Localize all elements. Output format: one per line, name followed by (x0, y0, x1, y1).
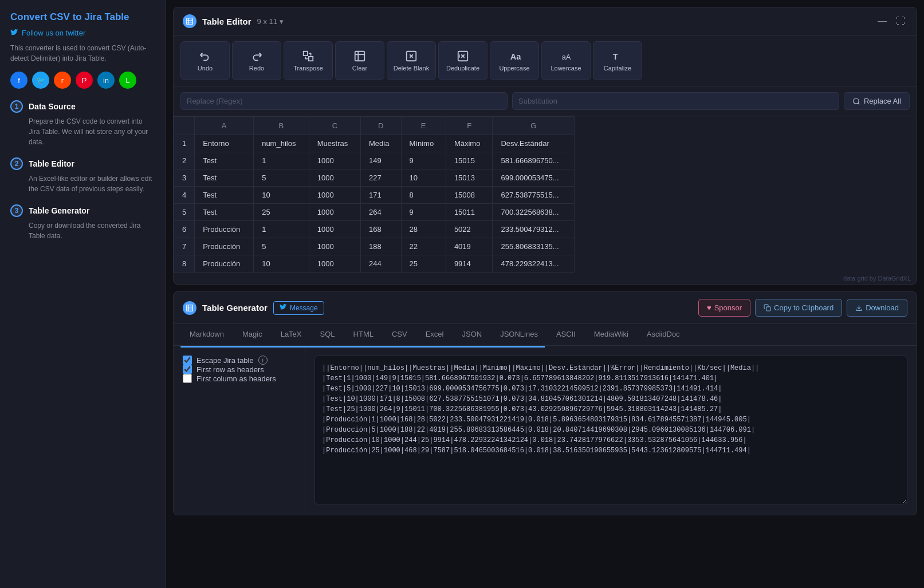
substitution-input[interactable] (512, 92, 839, 110)
table-cell[interactable]: 1000 (309, 255, 360, 273)
table-cell[interactable]: 22 (401, 238, 446, 255)
table-row[interactable]: 6Producción11000168285022233.500479312..… (174, 221, 575, 238)
table-cell[interactable]: 244 (361, 255, 402, 273)
facebook-icon[interactable]: f (10, 72, 27, 89)
table-row[interactable]: 1Entornonum_hilosMuestrasMediaMínimoMáxi… (174, 135, 575, 152)
message-button[interactable]: Message (273, 301, 324, 315)
tab-excel[interactable]: Excel (416, 324, 453, 345)
table-cell[interactable]: 171 (361, 187, 402, 204)
escape-jira-info-icon[interactable]: i (258, 356, 268, 365)
table-cell[interactable]: 581.666896750... (493, 152, 575, 169)
table-cell[interactable]: Test (195, 204, 254, 221)
capitalize-button[interactable]: T Capitalize (593, 41, 642, 80)
data-grid-container[interactable]: A B C D E F G 1Entornonum_hilosMuestrasM… (174, 116, 917, 284)
table-cell[interactable]: 168 (361, 221, 402, 238)
table-cell[interactable]: 1000 (309, 204, 360, 221)
table-cell[interactable]: 9 (401, 152, 446, 169)
table-row[interactable]: 3Test510002271015013699.000053475... (174, 169, 575, 187)
table-cell[interactable]: 5 (254, 169, 309, 187)
table-cell[interactable]: 1 (254, 152, 309, 169)
grid-col-d[interactable]: D (361, 117, 402, 135)
table-cell[interactable]: 25 (254, 204, 309, 221)
tab-markdown[interactable]: Markdown (180, 324, 233, 345)
delete-blank-button[interactable]: Delete Blank (387, 41, 436, 80)
table-cell[interactable]: Test (195, 187, 254, 204)
copy-to-clipboard-button[interactable]: Copy to Clipboard (755, 299, 842, 317)
minimize-button[interactable]: — (875, 14, 889, 28)
table-cell[interactable]: 28 (401, 221, 446, 238)
output-textarea[interactable] (314, 356, 907, 504)
reddit-icon[interactable]: r (54, 72, 71, 89)
replace-all-button[interactable]: Replace All (844, 92, 910, 110)
sponsor-button[interactable]: ♥ Sponsor (698, 299, 750, 317)
grid-col-a[interactable]: A (195, 117, 254, 135)
grid-col-c[interactable]: C (309, 117, 360, 135)
table-cell[interactable]: 233.500479312... (493, 221, 575, 238)
table-cell[interactable]: 1000 (309, 169, 360, 187)
table-cell[interactable]: 478.229322413... (493, 255, 575, 273)
table-cell[interactable]: num_hilos (254, 135, 309, 152)
table-cell[interactable]: 188 (361, 238, 402, 255)
tab-sql[interactable]: SQL (311, 324, 344, 345)
table-cell[interactable]: Producción (195, 255, 254, 273)
tab-json[interactable]: JSON (453, 324, 491, 345)
tab-mediawiki[interactable]: MediaWiki (585, 324, 638, 345)
table-cell[interactable]: 8 (401, 187, 446, 204)
lowercase-button[interactable]: aA Lowercase (541, 41, 591, 80)
first-row-headers-checkbox[interactable] (183, 365, 192, 374)
table-cell[interactable]: 15013 (446, 169, 493, 187)
table-cell[interactable]: 9 (401, 204, 446, 221)
table-cell[interactable]: Test (195, 152, 254, 169)
table-cell[interactable]: Mínimo (401, 135, 446, 152)
table-cell[interactable]: Máximo (446, 135, 493, 152)
table-row[interactable]: 2Test11000149915015581.666896750... (174, 152, 575, 169)
table-cell[interactable]: 25 (401, 255, 446, 273)
grid-col-f[interactable]: F (446, 117, 493, 135)
replace-regex-input[interactable] (180, 92, 508, 110)
table-cell[interactable]: 264 (361, 204, 402, 221)
tab-html[interactable]: HTML (344, 324, 383, 345)
table-row[interactable]: 5Test251000264915011700.322568638... (174, 204, 575, 221)
table-cell[interactable]: 1000 (309, 152, 360, 169)
table-cell[interactable]: 15011 (446, 204, 493, 221)
grid-col-g[interactable]: G (493, 117, 575, 135)
table-row[interactable]: 8Producción101000244259914478.229322413.… (174, 255, 575, 273)
table-cell[interactable]: 5 (254, 238, 309, 255)
table-cell[interactable]: Entorno (195, 135, 254, 152)
maximize-button[interactable]: ⛶ (894, 14, 907, 28)
grid-col-b[interactable]: B (254, 117, 309, 135)
table-cell[interactable]: 15015 (446, 152, 493, 169)
table-cell[interactable]: Desv.Estándar (493, 135, 575, 152)
linkedin-icon[interactable]: in (97, 72, 115, 89)
escape-jira-checkbox[interactable] (183, 356, 192, 365)
first-col-headers-checkbox[interactable] (183, 374, 192, 383)
twitter-link[interactable]: Follow us on twitter (10, 29, 155, 37)
table-cell[interactable]: 9914 (446, 255, 493, 273)
table-cell[interactable]: Producción (195, 221, 254, 238)
table-cell[interactable]: 15008 (446, 187, 493, 204)
redo-button[interactable]: Redo (232, 41, 281, 80)
tab-ascii[interactable]: ASCII (547, 324, 585, 345)
table-cell[interactable]: 10 (254, 255, 309, 273)
clear-button[interactable]: Clear (335, 41, 384, 80)
table-cell[interactable]: 699.000053475... (493, 169, 575, 187)
download-button[interactable]: Download (847, 299, 907, 317)
table-cell[interactable]: 149 (361, 152, 402, 169)
table-row[interactable]: 4Test101000171815008627.538775515... (174, 187, 575, 204)
deduplicate-button[interactable]: Deduplicate (438, 41, 487, 80)
tab-asciidoc[interactable]: AsciidDoc (638, 324, 689, 345)
tab-magic[interactable]: Magic (233, 324, 272, 345)
undo-button[interactable]: Undo (180, 41, 230, 80)
table-cell[interactable]: Test (195, 169, 254, 187)
pinterest-icon[interactable]: P (76, 72, 93, 89)
table-cell[interactable]: 10 (401, 169, 446, 187)
tab-latex[interactable]: LaTeX (272, 324, 311, 345)
table-cell[interactable]: 4019 (446, 238, 493, 255)
table-cell[interactable]: Producción (195, 238, 254, 255)
table-cell[interactable]: 10 (254, 187, 309, 204)
uppercase-button[interactable]: Aa Uppercase (490, 41, 539, 80)
table-row[interactable]: 7Producción51000188224019255.806833135..… (174, 238, 575, 255)
tab-jsonlines[interactable]: JSONLines (491, 324, 547, 345)
editor-size[interactable]: 9 x 11 ▾ (257, 17, 284, 26)
twitter-icon[interactable]: 🐦 (32, 72, 49, 89)
